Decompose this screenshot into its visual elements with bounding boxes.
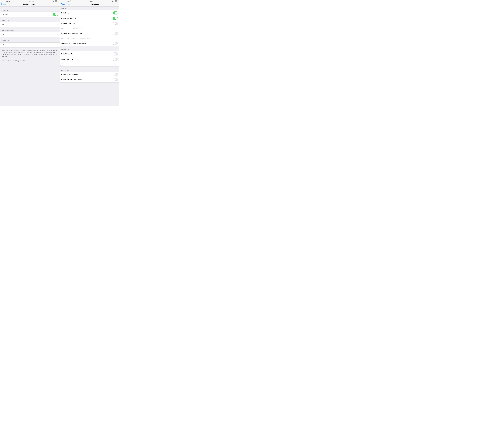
bluetooth-icon	[51, 0, 51, 2]
enabled-label: Enabled	[1, 13, 8, 15]
group-header-statusbar: STATUS BAR	[60, 46, 119, 51]
custom-slide-input[interactable]: Insert custom slide to unlock text here	[60, 36, 119, 41]
hide-camera-grabber-switch[interactable]	[113, 73, 118, 76]
back-label: Settings	[3, 3, 9, 5]
slider-thumb[interactable]	[60, 63, 63, 66]
custom-date-label: Custom Date Text	[61, 23, 75, 25]
group-header-grabbers: GRABBERS	[60, 67, 119, 72]
page-title: LockSmoother+	[0, 3, 60, 5]
hide-charging-row[interactable]: Hide Charging Text	[60, 16, 119, 21]
hide-cc-grabber-row[interactable]: Hide Control Center Grabber	[60, 77, 119, 83]
group-header-advanced: ADVANCED	[0, 17, 60, 22]
screen-advanced: T-Mobile 6:26 PM 99% ⚡ LockSmoother+ Adv…	[60, 0, 119, 106]
dulling-slider-row[interactable]: 0.00	[60, 62, 119, 67]
custom-slide-row[interactable]: Custom Slide To Unlock Text	[60, 31, 119, 36]
group-header-labels: LABELS	[60, 6, 119, 10]
charging-icon: ⚡	[118, 0, 119, 2]
hide-statusbar-row[interactable]: Hide Status Bar	[60, 51, 119, 56]
back-button[interactable]: Settings	[1, 3, 9, 5]
lockpad-edit-label: Edit...	[1, 34, 6, 36]
group-header-general: GENERAL	[0, 6, 60, 12]
battery-pct: 99%	[111, 0, 114, 2]
custom-date-switch[interactable]	[113, 22, 118, 25]
nav-bar: Settings LockSmoother+	[0, 2, 60, 6]
dulling-value: 0.00	[114, 63, 118, 65]
enabled-row[interactable]: Enabled	[0, 12, 60, 17]
hide-statusbar-switch[interactable]	[113, 52, 118, 55]
back-button[interactable]: LockSmoother+	[60, 3, 74, 5]
battery-icon	[115, 0, 117, 2]
content: GENERAL Enabled ADVANCED Edit... › LOCKP…	[0, 6, 60, 106]
hide-cc-grabber-label: Hide Control Center Grabber	[61, 79, 83, 81]
custom-date-row[interactable]: Custom Date Text	[60, 21, 119, 26]
clock-label: 6:26 PM	[29, 0, 34, 2]
back-label: LockSmoother+	[62, 3, 74, 5]
other-edit-label: Edit...	[1, 44, 6, 46]
charging-icon: ⚡	[58, 0, 59, 2]
dulling-slider[interactable]	[61, 64, 113, 64]
hide-charging-switch[interactable]	[113, 17, 118, 20]
enabled-switch[interactable]	[53, 13, 58, 16]
carrier-label: T-Mobile	[5, 0, 10, 2]
thank-you-text: Thank you for buying LockSmoother+! I ho…	[0, 48, 60, 58]
screen-main: T-Mobile 6:26 PM 99% ⚡ Settings LockSmoo…	[0, 0, 60, 106]
status-bar: T-Mobile 6:26 PM 99% ⚡	[60, 0, 119, 2]
advanced-edit-row[interactable]: Edit... ›	[0, 22, 60, 27]
signal-dots	[0, 1, 4, 1]
hide-date-label: Hide Date	[61, 12, 69, 14]
custom-slide-label: Custom Slide To Unlock Text	[61, 33, 83, 35]
group-header-lockpad: LOCKPAD OPTIONS	[0, 27, 60, 32]
other-edit-row[interactable]: Edit... ›	[0, 42, 60, 47]
clock-label: 6:26 PM	[89, 0, 93, 2]
chevron-right-icon: ›	[57, 44, 58, 46]
hide-slide-label: Set Slide To Unlock Text Hidden	[61, 42, 86, 44]
hide-cc-grabber-switch[interactable]	[113, 78, 118, 81]
wifi-icon	[10, 0, 12, 1]
chevron-right-icon: ›	[57, 34, 58, 36]
hide-date-switch[interactable]	[113, 11, 118, 15]
chevron-right-icon: ›	[57, 23, 58, 26]
statusbar-dulling-row[interactable]: Status Bar Dulling	[60, 56, 119, 62]
advanced-edit-label: Edit...	[1, 24, 6, 26]
custom-date-input[interactable]: Insert custom date text here	[60, 26, 119, 31]
custom-date-placeholder: Insert custom date text here	[61, 28, 83, 30]
hide-slide-row[interactable]: Set Slide To Unlock Text Hidden	[60, 41, 119, 46]
content: LABELS Hide Date Hide Charging Text Cust…	[60, 6, 119, 106]
signal-dots	[60, 1, 64, 1]
battery-icon	[55, 0, 57, 2]
carrier-label: T-Mobile	[65, 0, 70, 2]
battery-pct: 99%	[52, 0, 54, 2]
statusbar-dulling-label: Status Bar Dulling	[61, 58, 75, 60]
lockpad-edit-row[interactable]: Edit... ›	[0, 32, 60, 37]
copyright-text: LockSmoother+ - © xfl00d/jndok - 2014.	[0, 58, 60, 64]
hide-date-row[interactable]: Hide Date	[60, 10, 119, 16]
custom-slide-switch[interactable]	[113, 32, 118, 35]
chevron-left-icon	[60, 3, 62, 5]
hide-camera-grabber-label: Hide Camera Grabber	[61, 73, 78, 75]
custom-slide-placeholder: Insert custom slide to unlock text here	[61, 37, 90, 39]
nav-bar: LockSmoother+ Advanced	[60, 2, 119, 6]
hide-camera-grabber-row[interactable]: Hide Camera Grabber	[60, 72, 119, 77]
group-header-other: OTHER OPTIONS	[0, 37, 60, 42]
wifi-icon	[70, 0, 72, 1]
hide-charging-label: Hide Charging Text	[61, 17, 76, 19]
bluetooth-icon	[110, 0, 111, 2]
chevron-left-icon	[1, 3, 2, 5]
hide-slide-switch[interactable]	[113, 42, 118, 45]
hide-statusbar-label: Hide Status Bar	[61, 53, 73, 55]
status-bar: T-Mobile 6:26 PM 99% ⚡	[0, 0, 60, 2]
statusbar-dulling-switch[interactable]	[113, 58, 118, 61]
